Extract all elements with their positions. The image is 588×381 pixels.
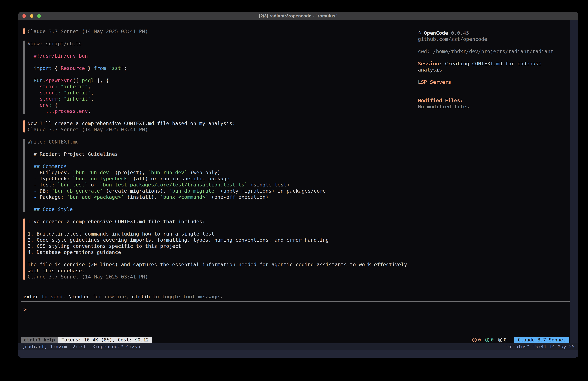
chat-block-assistant-header: Claude 3.7 Sonnet (14 May 2025 03:41 PM)	[23, 28, 418, 34]
token: (one-off execution)	[208, 194, 269, 200]
text-line	[28, 59, 418, 65]
minimize-button[interactable]	[30, 14, 33, 18]
text-line	[28, 224, 418, 231]
token: `bun run dev`	[148, 170, 187, 175]
token: }	[85, 65, 94, 71]
token	[28, 163, 34, 169]
token: {	[52, 65, 61, 71]
token	[28, 206, 34, 212]
token: env	[40, 102, 49, 108]
token: spawnSync	[46, 77, 73, 83]
accent-bar	[23, 28, 25, 34]
scrollbar-track[interactable]	[570, 20, 578, 343]
token: `bun add <package>`	[67, 194, 124, 200]
tmux-status-line: [radiant] 1:nvim 2:zsh- 3:opencode* 4:zs…	[18, 343, 578, 350]
token: ;	[124, 65, 127, 71]
text-line: import { Resource } from "sst";	[28, 65, 418, 71]
text-line: View: script/db.ts	[28, 41, 418, 47]
token: "inherit"	[64, 90, 91, 96]
token: (web only)	[187, 170, 220, 175]
text-line: I've created a comprehensive CONTEXT.md …	[28, 218, 418, 224]
text-line	[28, 157, 418, 163]
token: cwd: /home/thdxr/dev/projects/radiant/ra…	[418, 48, 553, 54]
block-lines: I've created a comprehensive CONTEXT.md …	[28, 218, 418, 280]
token	[28, 182, 34, 188]
chat-block-tool-view: View: script/db.ts #!/usr/bin/env bun im…	[23, 41, 418, 114]
text-line: - DB: `bun db generate` (create migratio…	[28, 188, 418, 194]
sidebar-line: LSP Servers	[418, 79, 570, 85]
token: -	[34, 188, 37, 194]
token: -	[34, 182, 37, 188]
tmux-clock: "romulus" 15:41 14-May-25	[504, 344, 575, 349]
token	[28, 84, 40, 90]
token: for newline,	[90, 294, 132, 299]
token: `bun test`	[58, 182, 88, 188]
token: Bun	[34, 77, 42, 83]
content-row: Claude 3.7 Sonnet (14 May 2025 03:41 PM)…	[18, 20, 570, 293]
input-area: enter to send, \+enter for newline, ctrl…	[21, 293, 570, 337]
token: github.com/sst/opencode	[418, 36, 487, 42]
token: (apply migrations) in packages/core	[217, 188, 326, 194]
token: Claude 3.7 Sonnet (14 May 2025 03:41 PM)	[28, 127, 148, 132]
tmux-session-windows[interactable]: [radiant] 1:nvim 2:zsh- 3:opencode* 4:zs…	[22, 344, 140, 349]
token: Test:	[37, 182, 58, 188]
token: "sst"	[109, 65, 124, 71]
close-button[interactable]	[22, 14, 26, 18]
token: -	[34, 170, 37, 175]
sidebar-line: analysis	[418, 67, 570, 73]
terminal-content: Claude 3.7 Sonnet (14 May 2025 03:41 PM)…	[18, 20, 578, 343]
token: ## Code Style	[34, 206, 73, 212]
text-line: 4. Database operations guidance	[28, 249, 418, 255]
text-line	[28, 71, 418, 77]
token: TypeCheck:	[37, 176, 73, 181]
token	[61, 96, 64, 102]
token	[28, 194, 34, 200]
accent-bar	[23, 41, 25, 114]
token: No modified files	[418, 104, 469, 110]
token: :	[49, 102, 52, 108]
token	[28, 90, 40, 96]
token: ,	[88, 108, 91, 114]
token: :	[58, 96, 61, 102]
accent-bar	[23, 120, 25, 133]
token: to toggle tool messages	[150, 294, 222, 299]
diagnostic-w: w0	[472, 337, 481, 343]
sidebar-line: © OpenCode 0.0.45	[418, 30, 570, 36]
token: stderr	[40, 96, 58, 102]
token: .	[42, 77, 46, 83]
input-hints: enter to send, \+enter for newline, ctrl…	[21, 293, 570, 300]
text-line: 2. Code style guidelines covering import…	[28, 237, 418, 243]
token	[28, 65, 34, 71]
token: 2. Code style guidelines covering import…	[28, 237, 329, 243]
prompt-input[interactable]: >	[21, 307, 570, 313]
token: analysis	[418, 67, 442, 73]
token: Build/Dev:	[37, 170, 73, 175]
token: `bun db migrate`	[169, 188, 217, 194]
token: :	[55, 84, 58, 90]
token: (single test)	[247, 182, 290, 188]
chat-area: Claude 3.7 Sonnet (14 May 2025 03:41 PM)…	[23, 28, 418, 293]
status-bar: ctrl+? help Tokens: 16.4K (8%), Cost: $0…	[21, 337, 569, 343]
token: ,	[88, 84, 91, 90]
token: 0.0.45	[448, 30, 469, 36]
zoom-button[interactable]	[37, 14, 41, 18]
token: 4. Database operations guidance	[28, 249, 121, 255]
tokens-cost-badge: Tokens: 16.4K (8%), Cost: $0.12	[58, 337, 152, 343]
help-hint-badge[interactable]: ctrl+? help	[21, 337, 58, 343]
token: ,	[91, 90, 94, 96]
chat-block-assistant-message: I've created a comprehensive CONTEXT.md …	[23, 218, 418, 280]
text-line	[28, 255, 418, 261]
token: View: script/db.ts	[28, 41, 82, 46]
token: LSP Servers	[418, 79, 451, 85]
token: `bun run dev`	[73, 170, 112, 175]
text-line: Now I'll create a comprehensive CONTEXT.…	[28, 120, 418, 126]
title-bar[interactable]: [2/3] radiant:3:opencode - "romulus"	[18, 12, 578, 20]
diagnostics: w0i0h0	[470, 337, 506, 343]
model-badge[interactable]: Claude 3.7 Sonnet	[514, 337, 569, 343]
token: Package:	[37, 194, 67, 200]
text-line: - Build/Dev: `bun run dev` (project), `b…	[28, 169, 418, 176]
token	[28, 102, 40, 108]
text-line: - Test: `bun test` or `bun test packages…	[28, 182, 418, 188]
token: ,	[91, 96, 94, 102]
token	[61, 90, 64, 96]
